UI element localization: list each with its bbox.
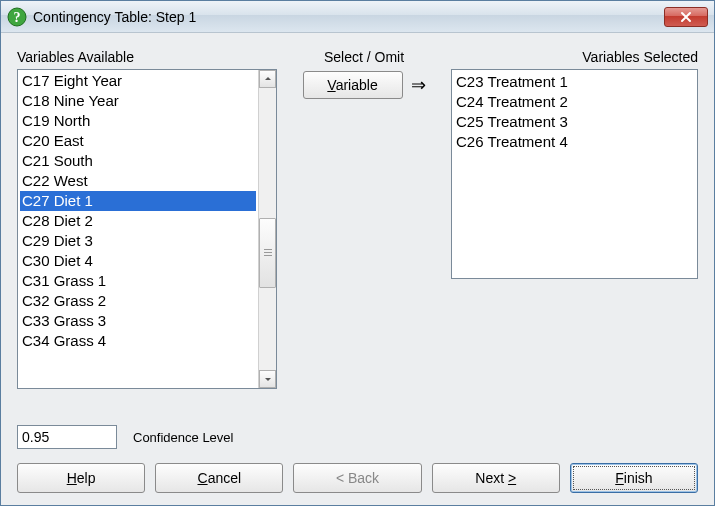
variable-button[interactable]: Variable xyxy=(303,71,403,99)
back-button[interactable]: < Back xyxy=(293,463,421,493)
dialog-window: ? Contingency Table: Step 1 Variables Av… xyxy=(0,0,715,506)
chevron-up-icon xyxy=(264,75,272,83)
list-item[interactable]: C22 West xyxy=(20,171,256,191)
arrow-right-icon: ⇒ xyxy=(411,76,426,94)
selected-listbox[interactable]: C23 Treatment 1C24 Treatment 2C25 Treatm… xyxy=(451,69,698,279)
list-item[interactable]: C17 Eight Year xyxy=(20,71,256,91)
columns: Variables Available C17 Eight YearC18 Ni… xyxy=(17,49,698,397)
list-item[interactable]: C33 Grass 3 xyxy=(20,311,256,331)
variable-button-label: Variable xyxy=(327,77,377,93)
confidence-row: Confidence Level xyxy=(17,425,698,449)
chevron-down-icon xyxy=(264,375,272,383)
list-item[interactable]: C19 North xyxy=(20,111,256,131)
list-item[interactable]: C24 Treatment 2 xyxy=(456,92,693,112)
list-item[interactable]: C18 Nine Year xyxy=(20,91,256,111)
scrollbar[interactable] xyxy=(258,70,276,388)
help-button[interactable]: Help xyxy=(17,463,145,493)
selected-label: Variables Selected xyxy=(451,49,698,65)
list-item[interactable]: C20 East xyxy=(20,131,256,151)
close-icon xyxy=(680,11,692,23)
finish-button[interactable]: Finish xyxy=(570,463,698,493)
variable-button-row: Variable ⇒ xyxy=(303,71,426,99)
scroll-thumb[interactable] xyxy=(259,218,276,288)
list-item[interactable]: C21 South xyxy=(20,151,256,171)
list-item[interactable]: C29 Diet 3 xyxy=(20,231,256,251)
confidence-input[interactable] xyxy=(17,425,117,449)
help-icon: ? xyxy=(7,7,27,27)
list-item[interactable]: C34 Grass 4 xyxy=(20,331,256,351)
scroll-track[interactable] xyxy=(259,88,276,370)
available-list-content: C17 Eight YearC18 Nine YearC19 NorthC20 … xyxy=(18,70,258,388)
list-item[interactable]: C30 Diet 4 xyxy=(20,251,256,271)
list-item[interactable]: C31 Grass 1 xyxy=(20,271,256,291)
list-item[interactable]: C25 Treatment 3 xyxy=(456,112,693,132)
cancel-button[interactable]: Cancel xyxy=(155,463,283,493)
titlebar: ? Contingency Table: Step 1 xyxy=(1,1,714,33)
available-column: Variables Available C17 Eight YearC18 Ni… xyxy=(17,49,277,397)
confidence-label: Confidence Level xyxy=(133,430,233,445)
svg-text:?: ? xyxy=(14,10,21,25)
scroll-down-button[interactable] xyxy=(259,370,276,388)
next-button[interactable]: Next > xyxy=(432,463,560,493)
dialog-body: Variables Available C17 Eight YearC18 Ni… xyxy=(1,33,714,505)
available-label: Variables Available xyxy=(17,49,277,65)
list-item[interactable]: C27 Diet 1 xyxy=(20,191,256,211)
scroll-up-button[interactable] xyxy=(259,70,276,88)
selected-column: Variables Selected C23 Treatment 1C24 Tr… xyxy=(451,49,698,397)
middle-column: Select / Omit Variable ⇒ xyxy=(289,49,439,397)
list-item[interactable]: C26 Treatment 4 xyxy=(456,132,693,152)
close-button[interactable] xyxy=(664,7,708,27)
list-item[interactable]: C23 Treatment 1 xyxy=(456,72,693,92)
select-omit-label: Select / Omit xyxy=(324,49,404,65)
list-item[interactable]: C32 Grass 2 xyxy=(20,291,256,311)
window-title: Contingency Table: Step 1 xyxy=(33,9,664,25)
button-row: Help Cancel < Back Next > Finish xyxy=(17,463,698,493)
available-listbox[interactable]: C17 Eight YearC18 Nine YearC19 NorthC20 … xyxy=(17,69,277,389)
list-item[interactable]: C28 Diet 2 xyxy=(20,211,256,231)
